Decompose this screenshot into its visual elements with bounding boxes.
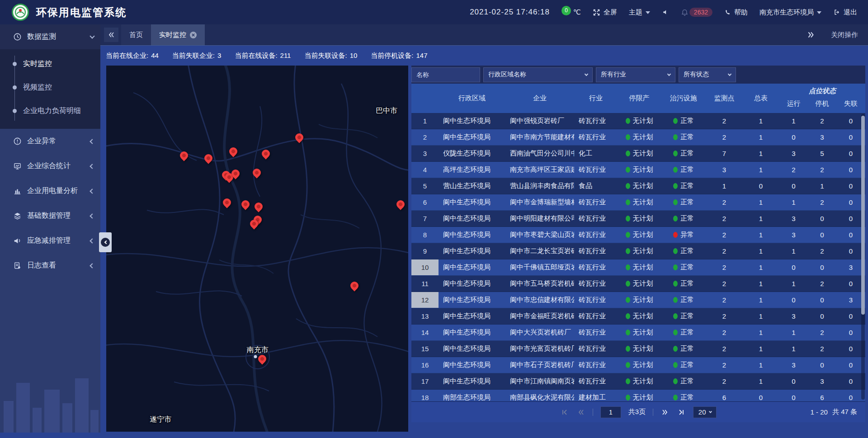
region-filter-select[interactable]: 行政区域名称 (483, 67, 593, 82)
last-page-button[interactable] (677, 408, 686, 417)
sidebar-item[interactable]: 日志查看 (0, 253, 100, 278)
cell-district: 阆中生态环境局 (439, 211, 505, 226)
table-row[interactable]: 12阆中生态环境局阆中市忠信建材有限公砖瓦行业无计划正常21003 (411, 292, 865, 308)
tab-scroll-left-button[interactable] (104, 28, 118, 42)
first-page-button[interactable] (560, 408, 569, 417)
sidebar-item[interactable]: 企业综合统计 (0, 154, 100, 179)
map-pin[interactable] (231, 168, 240, 180)
table-row[interactable]: 13阆中生态环境局阆中市金福旺页岩机砖砖瓦行业无计划正常21300 (411, 308, 865, 325)
header-subcell: 停机 (808, 98, 836, 109)
sidebar-item-label: 应急减排管理 (27, 236, 90, 245)
mute-button[interactable] (662, 9, 669, 16)
name-filter-input[interactable] (411, 67, 480, 82)
map-pin[interactable] (258, 353, 267, 365)
table-row[interactable]: 1阆中生态环境局阆中强锐页岩砖厂砖瓦行业无计划正常21120 (411, 113, 865, 129)
close-icon[interactable] (190, 32, 197, 38)
sidebar-item[interactable]: 数据监测 (0, 24, 100, 49)
cell-industry: 砖瓦行业 (574, 373, 618, 389)
cell-stop: 0 (808, 211, 836, 226)
status-dot-icon (626, 183, 630, 189)
tab-首页[interactable]: 首页 (121, 24, 151, 45)
industry-filter-select[interactable]: 所有行业 (596, 67, 675, 82)
chevron-down-icon (708, 410, 712, 413)
map-pin[interactable] (350, 280, 359, 292)
cell-run: 2 (779, 162, 808, 178)
sidebar-subitem[interactable]: 视频监控 (0, 75, 100, 99)
cell-company: 阆中市南方节能建材有 (505, 129, 574, 145)
status-dot-icon (626, 346, 630, 352)
map-panel[interactable]: 巴中市南充市遂宁市 (106, 66, 408, 432)
cell-points: 2 (706, 259, 742, 275)
table-header: 行政区域企业行业停限产治污设施监测点总表点位状态运行停机失联 (411, 84, 865, 113)
table-row[interactable]: 7阆中生态环境局阆中明阳建材有限公司砖瓦行业无计划正常21300 (411, 211, 865, 227)
sidebar-subitem[interactable]: 企业电力负荷明细 (0, 99, 100, 122)
sidebar-item[interactable]: 企业异常 (0, 129, 100, 154)
notifications-button[interactable]: 2632 (681, 8, 712, 17)
fullscreen-button[interactable]: 全屏 (593, 8, 617, 17)
cell-run: 1 (779, 325, 808, 340)
map-pin[interactable] (261, 148, 270, 160)
cell-stop: 5 (808, 146, 836, 161)
map-pin[interactable] (241, 199, 250, 211)
table-row[interactable]: 3仪陇生态环境局西南油气田分公司川中化工无计划正常71350 (411, 146, 865, 162)
pin-icon (178, 150, 189, 161)
close-operations-button[interactable]: 关闭操作 (831, 31, 858, 39)
cell-company: 南充市高坪区王家店建 (505, 162, 574, 178)
page-size-select[interactable]: 20 (693, 406, 717, 418)
status-filter-select[interactable]: 所有状态 (679, 67, 736, 82)
pin-icon (227, 146, 239, 157)
table-row[interactable]: 18南部生态环境局南部县砜化水泥有限公建材加工无计划正常60060 (411, 390, 865, 401)
map-pin[interactable] (250, 218, 259, 230)
map-pin[interactable] (254, 201, 263, 213)
sidebar-subitem[interactable]: 实时监控 (0, 52, 100, 75)
table-row[interactable]: 4高坪生态环境局南充市高坪区王家店建砖瓦行业无计划正常31220 (411, 162, 865, 178)
tab-scroll-right-button[interactable] (807, 30, 816, 39)
table-row[interactable]: 9阆中生态环境局阆中市二龙长宝页岩砖砖瓦行业无计划正常21120 (411, 243, 865, 259)
sidebar-item[interactable]: 基础数据管理 (0, 203, 100, 228)
table-row[interactable]: 10阆中生态环境局阆中千佛镇五郎垭页岩砖瓦行业无计划正常21003 (411, 259, 865, 276)
table-row[interactable]: 5营山生态环境局营山县润丰肉食品有限食品无计划正常10010 (411, 178, 865, 194)
table-row[interactable]: 14阆中生态环境局阆中大兴页岩机砖厂砖瓦行业无计划正常21120 (411, 325, 865, 341)
facility-status-text: 正常 (680, 182, 694, 190)
page-number-input[interactable] (600, 406, 621, 418)
status-dot-icon (626, 330, 630, 335)
cell-meter: 1 (742, 227, 779, 243)
map-pin[interactable] (204, 153, 213, 165)
sidebar-item[interactable]: 企业用电量分析 (0, 179, 100, 203)
map-collapse-button[interactable] (99, 232, 112, 252)
table-row[interactable]: 11阆中生态环境局阆中市五马桥页岩机砖砖瓦行业无计划正常21120 (411, 276, 865, 292)
previous-page-button[interactable] (576, 408, 585, 417)
facility-status-text: 正常 (680, 247, 694, 255)
exit-button[interactable]: 退出 (833, 8, 857, 17)
table-row[interactable]: 15阆中生态环境局阆中市光富页岩机砖厂砖瓦行业无计划正常21120 (411, 341, 865, 357)
table-row[interactable]: 17阆中生态环境局阆中市江南镇阆南页岩砖瓦行业无计划正常21030 (411, 373, 865, 390)
cell-limit-status: 无计划 (618, 113, 661, 129)
table-row[interactable]: 2阆中生态环境局阆中市南方节能建材有砖瓦行业无计划正常21030 (411, 129, 865, 146)
tab-实时监控[interactable]: 实时监控 (151, 24, 205, 45)
table-row[interactable]: 6阆中生态环境局阆中市金博瑞新型墙材砖瓦行业无计划正常21120 (411, 194, 865, 211)
org-dropdown[interactable]: 南充市生态环境局 (760, 8, 821, 17)
cell-stop: 3 (808, 129, 836, 145)
limit-status-text: 无计划 (633, 133, 653, 141)
map-pin[interactable] (252, 167, 261, 179)
map-pin[interactable] (179, 150, 189, 162)
map-pin[interactable] (396, 199, 405, 211)
map-pin[interactable] (295, 132, 304, 144)
cell-district: 阆中生态环境局 (439, 341, 505, 357)
facility-status-text: 正常 (680, 117, 694, 125)
status-dot-icon (626, 313, 630, 319)
help-button[interactable]: 帮助 (724, 8, 748, 17)
scrollbar-thumb[interactable] (861, 116, 865, 315)
next-page-button[interactable] (660, 408, 670, 417)
map-pin[interactable] (229, 146, 238, 158)
table-row[interactable]: 16阆中生态环境局阆中市石子页岩机砖厂砖瓦行业无计划正常21300 (411, 357, 865, 373)
stat-item: 当前停机设备:147 (371, 52, 427, 60)
cell-meter: 0 (742, 178, 779, 194)
table-row[interactable]: 8阆中生态环境局阆中市枣碧大梁山页岩砖瓦行业无计划异常21300 (411, 227, 865, 243)
facility-status-text: 正常 (680, 393, 694, 401)
cell-run: 1 (779, 276, 808, 292)
theme-dropdown[interactable]: 主题 (629, 8, 650, 17)
limit-status-text: 无计划 (633, 117, 653, 125)
sidebar-item[interactable]: 应急减排管理 (0, 228, 100, 253)
map-pin[interactable] (222, 197, 231, 209)
